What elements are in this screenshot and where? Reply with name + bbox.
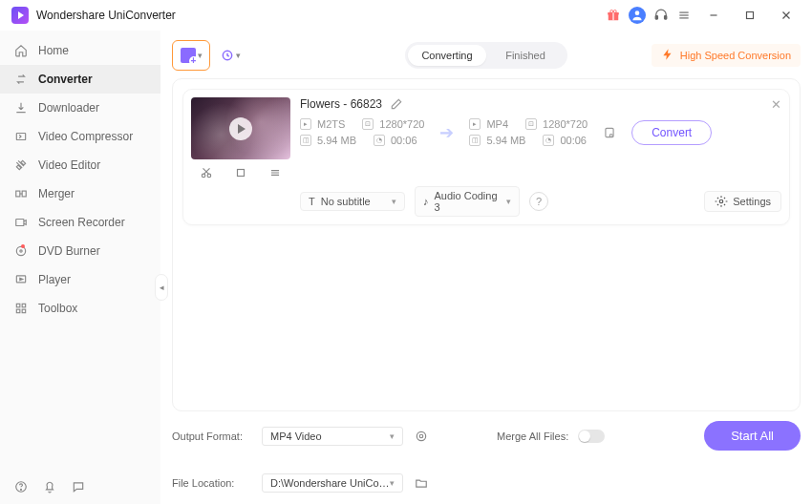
bolt-icon bbox=[661, 48, 674, 63]
start-all-button[interactable]: Start All bbox=[704, 421, 801, 451]
open-folder-icon[interactable] bbox=[413, 474, 430, 492]
maximize-button[interactable] bbox=[736, 4, 764, 27]
file-location-value: D:\Wondershare UniConverter 1 bbox=[270, 477, 390, 489]
support-icon[interactable] bbox=[653, 8, 669, 23]
svg-rect-32 bbox=[238, 170, 245, 177]
sidebar-item-label: Video Editor bbox=[38, 158, 100, 172]
gift-icon[interactable] bbox=[606, 8, 621, 23]
sidebar-item-home[interactable]: Home bbox=[0, 36, 160, 65]
tab-finished[interactable]: Finished bbox=[486, 45, 565, 66]
src-duration: 00:06 bbox=[391, 135, 417, 146]
sidebar-item-label: Downloader bbox=[38, 101, 99, 115]
record-icon bbox=[13, 215, 29, 230]
chevron-down-icon: ▾ bbox=[236, 51, 241, 60]
size-icon: ◫ bbox=[300, 135, 311, 146]
rename-icon[interactable] bbox=[390, 97, 403, 111]
svg-rect-23 bbox=[16, 304, 20, 307]
svg-rect-6 bbox=[655, 16, 657, 19]
src-format: M2TS bbox=[317, 118, 345, 130]
remove-file-button[interactable]: ✕ bbox=[771, 97, 781, 112]
tab-converting[interactable]: Converting bbox=[408, 45, 486, 66]
settings-button[interactable]: Settings bbox=[704, 191, 781, 212]
size-icon: ◫ bbox=[469, 135, 481, 146]
hsc-label: High Speed Conversion bbox=[680, 50, 791, 61]
file-location-select[interactable]: D:\Wondershare UniConverter 1▾ bbox=[262, 473, 403, 493]
info-icon[interactable]: ? bbox=[529, 192, 548, 211]
svg-rect-12 bbox=[747, 12, 754, 19]
dst-duration: 00:06 bbox=[560, 135, 587, 146]
sidebar-item-editor[interactable]: Video Editor bbox=[0, 151, 160, 179]
svg-point-4 bbox=[613, 10, 616, 12]
video-thumbnail[interactable] bbox=[191, 97, 290, 159]
add-from-device-button[interactable]: ▾ bbox=[216, 41, 245, 70]
output-format-select[interactable]: MP4 Video▾ bbox=[262, 427, 403, 446]
app-logo bbox=[11, 7, 29, 24]
high-speed-conversion-button[interactable]: High Speed Conversion bbox=[652, 44, 801, 67]
sidebar-item-label: Toolbox bbox=[38, 302, 77, 315]
output-settings-icon[interactable] bbox=[413, 428, 430, 445]
video-icon: ▸ bbox=[469, 118, 481, 130]
sidebar-item-player[interactable]: Player bbox=[0, 265, 160, 294]
sidebar-item-label: Player bbox=[38, 273, 71, 286]
subtitle-value: No subtitle bbox=[321, 196, 371, 207]
merge-label: Merge All Files: bbox=[497, 430, 568, 442]
compress-icon bbox=[13, 129, 29, 144]
sidebar-collapse-button[interactable]: ◂ bbox=[155, 274, 168, 301]
crop-icon[interactable] bbox=[234, 166, 247, 179]
merge-toggle[interactable] bbox=[578, 430, 605, 443]
dst-resolution: 1280*720 bbox=[543, 118, 588, 130]
download-icon bbox=[13, 100, 29, 116]
badge-dot bbox=[21, 244, 25, 248]
svg-point-28 bbox=[21, 489, 22, 490]
sidebar-item-label: Home bbox=[38, 44, 69, 57]
add-files-button[interactable]: ▾ bbox=[172, 40, 210, 71]
file-list: ✕ Flowers - 66823 bbox=[172, 78, 801, 411]
sidebar-item-dvd[interactable]: DVD Burner bbox=[0, 237, 160, 265]
bell-icon[interactable] bbox=[42, 479, 57, 494]
help-icon[interactable] bbox=[13, 479, 29, 494]
settings-label: Settings bbox=[733, 196, 771, 207]
sidebar-item-merger[interactable]: Merger bbox=[0, 179, 160, 208]
res-icon: ⊡ bbox=[525, 118, 537, 130]
sidebar-item-label: Screen Recorder bbox=[38, 216, 125, 229]
sidebar: Home Converter Downloader Video Compress… bbox=[0, 31, 160, 504]
svg-rect-19 bbox=[16, 220, 24, 226]
convert-button[interactable]: Convert bbox=[631, 120, 712, 145]
svg-rect-7 bbox=[665, 16, 667, 19]
svg-rect-16 bbox=[16, 191, 20, 197]
avatar[interactable] bbox=[629, 7, 646, 24]
svg-point-5 bbox=[635, 10, 640, 15]
trim-icon[interactable] bbox=[200, 166, 213, 179]
sidebar-item-converter[interactable]: Converter bbox=[0, 65, 160, 94]
toolbox-icon bbox=[13, 301, 29, 316]
app-title: Wondershare UniConverter bbox=[36, 9, 176, 22]
output-settings-icon[interactable] bbox=[599, 122, 620, 143]
sidebar-item-recorder[interactable]: Screen Recorder bbox=[0, 208, 160, 237]
src-size: 5.94 MB bbox=[317, 135, 356, 146]
play-icon bbox=[229, 117, 252, 140]
svg-point-39 bbox=[417, 431, 425, 440]
editor-icon bbox=[13, 158, 29, 173]
sidebar-item-toolbox[interactable]: Toolbox bbox=[0, 294, 160, 323]
feedback-icon[interactable] bbox=[71, 479, 86, 494]
subtitle-select[interactable]: TNo subtitle▾ bbox=[300, 192, 405, 211]
sidebar-item-label: Video Compressor bbox=[38, 130, 133, 143]
player-icon bbox=[13, 272, 29, 287]
merger-icon bbox=[13, 186, 29, 201]
minimize-button[interactable] bbox=[699, 4, 728, 27]
svg-point-31 bbox=[207, 174, 211, 178]
convert-icon bbox=[13, 72, 29, 87]
sidebar-item-compressor[interactable]: Video Compressor bbox=[0, 122, 160, 151]
dst-format: MP4 bbox=[486, 118, 508, 130]
close-button[interactable] bbox=[772, 4, 801, 27]
svg-point-21 bbox=[20, 250, 22, 252]
more-icon[interactable] bbox=[268, 166, 282, 179]
duration-icon: ◔ bbox=[543, 135, 554, 146]
audio-select[interactable]: ♪Audio Coding 3▾ bbox=[415, 186, 520, 217]
menu-icon[interactable] bbox=[676, 8, 692, 23]
sidebar-item-downloader[interactable]: Downloader bbox=[0, 94, 160, 122]
duration-icon: ◔ bbox=[374, 135, 385, 146]
svg-rect-17 bbox=[22, 191, 26, 197]
file-title: Flowers - 66823 bbox=[300, 97, 382, 111]
svg-rect-25 bbox=[16, 309, 20, 313]
